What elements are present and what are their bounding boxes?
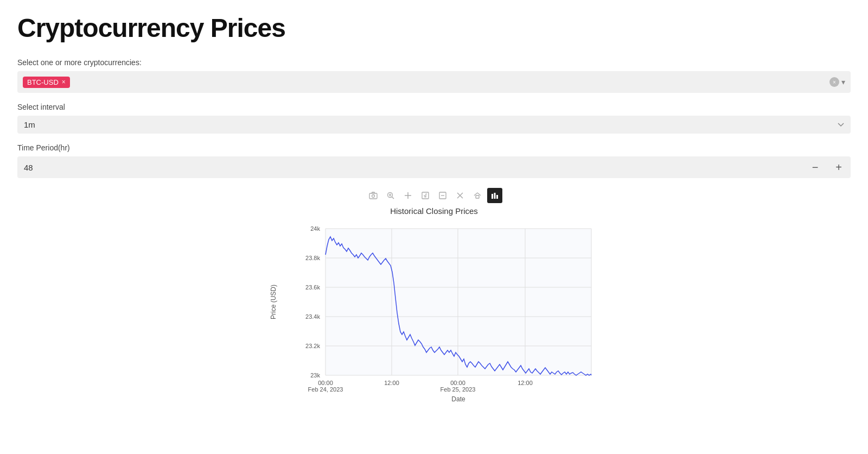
chevron-down-icon[interactable]: ▾ — [841, 78, 845, 86]
interval-section: Select interval 1m 5m 15m 30m 1h 1d — [17, 103, 851, 134]
chart-toolbar — [17, 188, 851, 203]
reset-axes-button[interactable] — [435, 188, 450, 203]
time-period-value: 48 — [17, 159, 803, 176]
tag-label: BTC-USD — [27, 78, 59, 86]
select-controls: × ▾ — [829, 77, 845, 87]
toggle-spike-button[interactable] — [452, 188, 468, 203]
plus-icon — [404, 192, 412, 199]
home-icon — [473, 191, 482, 200]
y-label-23k: 23k — [310, 372, 320, 379]
reset-icon — [438, 191, 447, 200]
time-period-minus-button[interactable]: − — [803, 156, 827, 178]
tag-remove-icon[interactable]: × — [62, 78, 66, 86]
y-label-236k: 23.6k — [305, 284, 320, 291]
svg-rect-0 — [369, 193, 377, 199]
time-period-label: Time Period(hr) — [17, 143, 851, 152]
crypto-select-label: Select one or more cryptocurrencies: — [17, 58, 851, 67]
camera-button[interactable] — [366, 188, 381, 203]
bar-chart-icon — [491, 192, 499, 199]
svg-rect-16 — [496, 195, 498, 199]
time-period-section: Time Period(hr) 48 − + — [17, 143, 851, 178]
page-title: Cryptocurrency Prices — [17, 13, 851, 43]
y-label-234k: 23.4k — [305, 313, 320, 320]
y-label-238k: 23.8k — [305, 255, 320, 261]
zoom-icon — [386, 191, 395, 200]
x-label-0000-1: 00:00 — [318, 380, 333, 386]
camera-icon — [369, 191, 378, 200]
time-period-control: 48 − + — [17, 156, 851, 178]
clear-all-icon[interactable]: × — [829, 77, 839, 87]
chart-bg — [326, 229, 591, 375]
add-trace-button[interactable] — [400, 188, 416, 203]
x-label-feb25: Feb 25, 2023 — [441, 386, 476, 393]
home-button[interactable] — [470, 188, 485, 203]
chart-container: Historical Closing Prices 24k 23.8k 23.6… — [266, 206, 602, 402]
interval-select[interactable]: 1m 5m 15m 30m 1h 1d — [17, 116, 851, 134]
y-axis-title: Price (USD) — [270, 285, 277, 319]
svg-line-3 — [392, 197, 394, 199]
zoom-button[interactable] — [383, 188, 398, 203]
spike-icon — [456, 192, 464, 199]
x-label-1200-1: 12:00 — [384, 380, 399, 386]
x-axis-title: Date — [451, 395, 465, 402]
price-chart-svg: 24k 23.8k 23.6k 23.4k 23.2k 23k Price (U… — [266, 218, 602, 402]
interval-label: Select interval — [17, 103, 851, 111]
x-label-0000-2: 00:00 — [450, 380, 465, 386]
crypto-multi-select[interactable]: BTC-USD × × ▾ — [17, 71, 851, 93]
svg-rect-13 — [476, 196, 479, 198]
autoscale-icon — [421, 191, 430, 200]
time-period-plus-button[interactable]: + — [827, 156, 851, 178]
autoscale-button[interactable] — [418, 188, 433, 203]
crypto-select-section: Select one or more cryptocurrencies: BTC… — [17, 58, 851, 93]
svg-rect-14 — [492, 194, 493, 199]
svg-point-1 — [372, 195, 375, 198]
svg-rect-15 — [494, 193, 496, 199]
svg-rect-8 — [422, 192, 429, 199]
x-label-feb24: Feb 24, 2023 — [308, 386, 343, 393]
chart-title: Historical Closing Prices — [266, 206, 602, 216]
y-label-24k: 24k — [310, 225, 320, 232]
btc-usd-tag[interactable]: BTC-USD × — [23, 77, 70, 88]
bar-chart-button[interactable] — [487, 188, 502, 203]
x-label-1200-2: 12:00 — [518, 380, 533, 386]
y-label-232k: 23.2k — [305, 343, 320, 349]
